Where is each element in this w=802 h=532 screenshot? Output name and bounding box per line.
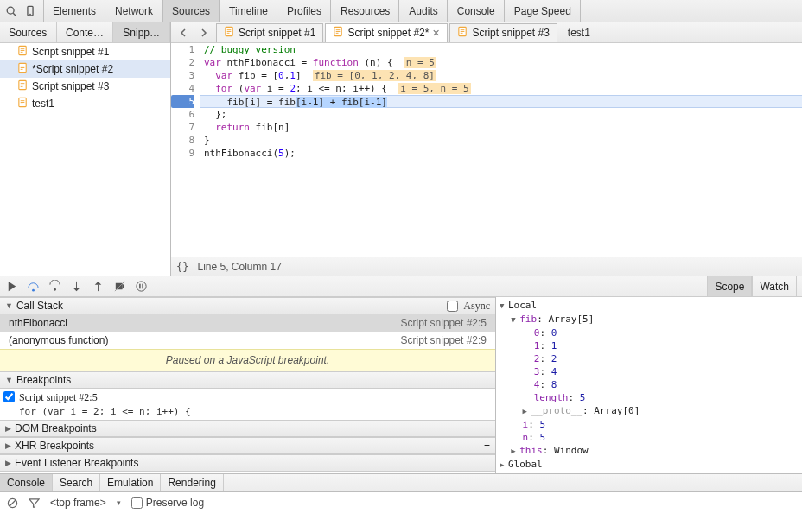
svg-marker-36 <box>73 288 80 291</box>
navigator-tab[interactable]: Conte… <box>57 22 114 42</box>
panel-tab-page-speed[interactable]: Page Speed <box>505 0 581 22</box>
svg-marker-32 <box>9 282 16 291</box>
drawer-tab-console[interactable]: Console <box>0 474 53 491</box>
panel-tab-console[interactable]: Console <box>448 0 505 22</box>
async-label: Async <box>463 300 490 313</box>
step-into-icon[interactable] <box>48 280 61 293</box>
panel-tab-profiles[interactable]: Profiles <box>277 0 331 22</box>
scope-property[interactable]: 4: 8 <box>500 378 799 391</box>
main-area: SourcesConte…Snipp… Script snippet #1*Sc… <box>0 22 802 276</box>
panel-tab-elements[interactable]: Elements <box>43 0 105 22</box>
clear-console-icon[interactable] <box>7 497 18 509</box>
navigator-tabs: SourcesConte…Snipp… <box>0 22 170 43</box>
callstack-header[interactable]: ▼ Call Stack Async <box>0 297 495 314</box>
svg-point-0 <box>7 7 14 14</box>
snippet-file-icon <box>17 45 29 59</box>
navigator-list: Script snippet #1*Script snippet #2Scrip… <box>0 43 170 276</box>
callstack-panel: ▼ Call Stack Async nthFibonacciScript sn… <box>0 297 496 473</box>
breakpoint-label: Script snippet #2:5 <box>19 391 490 404</box>
frame-selector[interactable]: <top frame> <box>50 497 106 509</box>
navigator-tab[interactable]: Sources <box>0 22 57 42</box>
panel-tab-sources[interactable]: Sources <box>162 0 220 22</box>
resume-icon[interactable] <box>5 280 18 293</box>
panel-tab-audits[interactable]: Audits <box>399 0 447 22</box>
navigator-item[interactable]: Script snippet #1 <box>0 43 170 60</box>
deactivate-breakpoints-icon[interactable] <box>113 280 126 293</box>
svg-line-1 <box>13 13 16 16</box>
snippet-file-icon <box>17 62 29 76</box>
disclosure-triangle-icon: ▼ <box>5 301 13 310</box>
frame-arrow-icon[interactable]: ▾ <box>117 498 121 507</box>
file-tab[interactable]: Script snippet #3 <box>449 23 557 42</box>
search-icon[interactable] <box>5 5 17 17</box>
history-fwd-icon[interactable] <box>195 24 213 41</box>
add-xhr-icon[interactable]: + <box>484 440 490 452</box>
navigator-item[interactable]: test1 <box>0 95 170 112</box>
callstack-frame[interactable]: nthFibonacciScript snippet #2:5 <box>0 314 495 332</box>
snippet-file-icon <box>333 26 344 40</box>
devtools-toolbar: ElementsNetworkSourcesTimelineProfilesRe… <box>0 0 802 22</box>
drawer-tab-search[interactable]: Search <box>53 474 100 491</box>
step-over-icon[interactable] <box>27 280 40 293</box>
file-tab[interactable]: Script snippet #2*✕ <box>325 23 448 42</box>
callstack-frame[interactable]: (anonymous function)Script snippet #2:9 <box>0 332 495 349</box>
event-breakpoints-header[interactable]: ▶Event Listener Breakpoints <box>0 454 495 472</box>
pretty-print-icon[interactable]: {} <box>176 261 188 273</box>
section-title: Call Stack <box>16 300 63 312</box>
svg-point-42 <box>137 282 146 291</box>
section-title: Breakpoints <box>16 374 71 386</box>
breakpoint-code: for (var i = 2; i <= n; i++) { <box>19 404 490 417</box>
breakpoints-header[interactable]: ▼ Breakpoints <box>0 371 495 389</box>
xhr-breakpoints-header[interactable]: ▶XHR Breakpoints+ <box>0 437 495 454</box>
preserve-log-checkbox[interactable] <box>131 497 143 509</box>
breakpoint-item[interactable]: Script snippet #2:5 for (var i = 2; i <=… <box>0 389 495 420</box>
panel-tab-network[interactable]: Network <box>105 0 162 22</box>
snippet-file-icon <box>224 26 235 40</box>
svg-marker-38 <box>95 282 102 285</box>
snippet-file-icon <box>457 26 468 40</box>
code-content[interactable]: // buggy version var nthFibonacci = func… <box>200 43 802 256</box>
svg-rect-44 <box>142 284 143 289</box>
breakpoint-checkbox[interactable] <box>3 391 15 402</box>
drawer-tab-emulation[interactable]: Emulation <box>100 474 161 491</box>
async-checkbox[interactable] <box>447 301 458 312</box>
device-mode-icon[interactable] <box>24 5 36 17</box>
sidebar-tab-watch[interactable]: Watch <box>752 276 797 296</box>
panel-tab-resources[interactable]: Resources <box>331 0 399 22</box>
scope-panel: ▼Local ▼fib: Array[5] 0: 0 1: 1 2: 2 3: … <box>496 297 802 473</box>
navigator-tab[interactable]: Snipp… <box>113 22 170 42</box>
scope-property[interactable]: 2: 2 <box>500 352 799 365</box>
file-tab[interactable]: Script snippet #1 <box>216 23 323 42</box>
lower-panels: ▼ Call Stack Async nthFibonacciScript sn… <box>0 297 802 473</box>
editor-status-bar: {} Line 5, Column 17 <box>171 256 802 276</box>
filter-icon[interactable] <box>29 497 40 509</box>
dom-breakpoints-header[interactable]: ▶DOM Breakpoints <box>0 420 495 437</box>
panel-tabs: ElementsNetworkSourcesTimelineProfilesRe… <box>43 0 581 22</box>
preserve-log-label: Preserve log <box>146 497 204 509</box>
navigator-item[interactable]: Script snippet #3 <box>0 78 170 95</box>
scope-watch-tabs: ScopeWatch <box>707 276 797 296</box>
overflow-tab[interactable]: test1 <box>568 27 590 39</box>
cursor-position: Line 5, Column 17 <box>197 261 281 273</box>
sidebar-tab-scope[interactable]: Scope <box>707 276 752 296</box>
close-tab-icon[interactable]: ✕ <box>432 28 440 39</box>
console-toolbar: <top frame> ▾ Preserve log <box>0 492 802 513</box>
code-editor[interactable]: 123456789 // buggy version var nthFibona… <box>171 43 802 256</box>
svg-point-33 <box>32 289 35 292</box>
step-out-down-icon[interactable] <box>70 280 83 293</box>
panel-tab-timeline[interactable]: Timeline <box>220 0 277 22</box>
scope-property[interactable]: 3: 4 <box>500 365 799 378</box>
scope-property[interactable]: 0: 0 <box>500 326 799 339</box>
drawer-tab-rendering[interactable]: Rendering <box>161 474 223 491</box>
navigator-item[interactable]: *Script snippet #2 <box>0 60 170 78</box>
svg-line-46 <box>10 499 16 505</box>
drawer-tabs: ConsoleSearchEmulationRendering <box>0 473 802 492</box>
debug-toolbar: ScopeWatch <box>0 276 802 297</box>
svg-rect-39 <box>116 283 123 290</box>
scope-property[interactable]: 1: 1 <box>500 339 799 352</box>
step-out-up-icon[interactable] <box>92 280 105 293</box>
navigator-panel: SourcesConte…Snipp… Script snippet #1*Sc… <box>0 22 171 276</box>
history-back-icon[interactable] <box>175 24 192 41</box>
gutter[interactable]: 123456789 <box>171 43 200 256</box>
pause-exceptions-icon[interactable] <box>135 280 148 293</box>
